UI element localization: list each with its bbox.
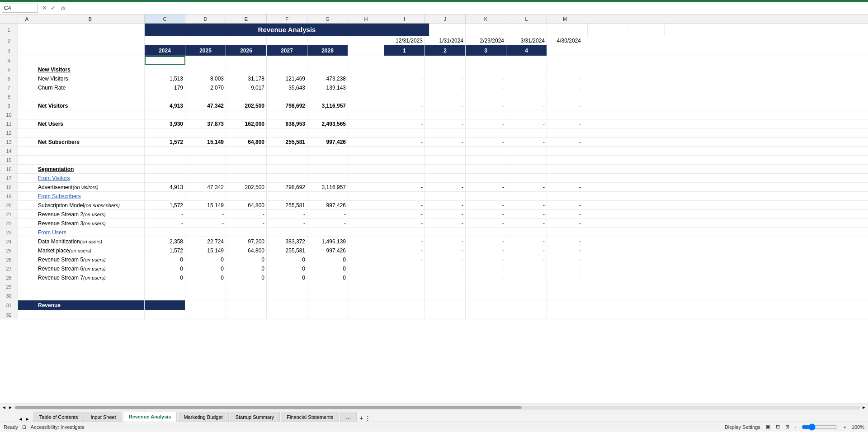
table-row: 13 Net Subscribers 1,572 15,149 64,800 2… <box>0 138 868 147</box>
table-row: 18 Advertisement (on visitors) 4,913 47,… <box>0 183 868 192</box>
table-row: 11 Net Users 3,930 37,873 162,000 638,95… <box>0 119 868 128</box>
col-header-i[interactable]: I <box>384 14 425 23</box>
cancel-icon[interactable]: ✕ <box>42 5 47 11</box>
confirm-icon[interactable]: ✓ <box>51 5 56 11</box>
accessibility-label[interactable]: Accessibility: Investigate <box>31 424 85 430</box>
title-cell: Revenue Analysis <box>145 24 429 36</box>
fx-icon[interactable]: fx <box>61 5 66 11</box>
table-row: 10 <box>0 110 868 119</box>
add-sheet-icon[interactable]: + <box>359 414 363 422</box>
sheet-container: A B C D E F G H I J K L M 1 Revenue Anal… <box>0 14 868 404</box>
table-row: 8 <box>0 92 868 101</box>
table-row: 4 <box>0 56 868 65</box>
table-row: 15 <box>0 156 868 165</box>
table-row: 5 New Visitors <box>0 65 868 74</box>
tab-financial-statements[interactable]: Financial Statements <box>281 412 339 422</box>
table-row: 30 <box>0 291 868 300</box>
col-header-h[interactable]: H <box>348 14 384 23</box>
table-row: 3 2024 2025 2026 2027 2028 1 2 3 4 <box>0 45 868 56</box>
col-header-k[interactable]: K <box>466 14 506 23</box>
column-headers: A B C D E F G H I J K L M <box>0 14 868 24</box>
tab-input-sheet[interactable]: Input Sheet <box>85 412 122 422</box>
table-row: 7 Churn Rate 179 2,070 9,017 35,643 139,… <box>0 83 868 92</box>
tab-startup-summary[interactable]: Startup Summary <box>230 412 280 422</box>
table-row: 6 New Visitors 1,513 8,003 31,178 121,46… <box>0 74 868 83</box>
page-view-icon[interactable]: 🗋 <box>22 424 27 430</box>
col-header-e[interactable]: E <box>226 14 267 23</box>
table-row: 1 Revenue Analysis <box>0 24 868 36</box>
col-header-a[interactable]: A <box>18 14 36 23</box>
table-row: 26 Revenue Stream 5 (on users) 0 0 0 0 0… <box>0 255 868 264</box>
scroll-end-icon[interactable]: ► <box>862 405 866 410</box>
col-header-c[interactable]: C <box>145 14 185 23</box>
display-settings[interactable]: Display Settings <box>725 424 760 430</box>
table-row: 2 12/31/2023 1/31/2024 2/29/2024 3/31/20… <box>0 36 868 45</box>
table-row: 12 <box>0 128 868 138</box>
table-row: 21 Revenue Stream 2 (on users) - - - - -… <box>0 210 868 219</box>
col-header-d[interactable]: D <box>185 14 226 23</box>
normal-view-icon[interactable]: ▣ <box>766 424 770 430</box>
table-row: 25 Market place (on users) 1,572 15,149 … <box>0 246 868 255</box>
status-right: Display Settings ▣ ⊟ ⊞ - + 100% <box>725 424 864 430</box>
tab-more[interactable]: … <box>340 412 357 422</box>
from-users-link[interactable]: From Users <box>36 228 145 237</box>
scroll-tabs-left[interactable]: ◄ <box>18 416 23 422</box>
zoom-level: 100% <box>852 424 864 430</box>
tab-revenue-analysis[interactable]: Revenue Analysis <box>123 412 177 422</box>
table-row: 24 Data Monitization (on users) 2,358 22… <box>0 237 868 246</box>
tabs-bar: ◄ ► Table of Contents Input Sheet Revenu… <box>0 411 868 422</box>
col-header-j[interactable]: J <box>425 14 466 23</box>
table-row: 28 Revenue Stream 7 (on users) 0 0 0 0 0… <box>0 273 868 282</box>
from-visitors-link[interactable]: From Visitors <box>36 174 145 182</box>
table-row: 16 Segmentation <box>0 165 868 174</box>
status-bar: Ready 🗋 Accessibility: Investigate Displ… <box>0 422 868 432</box>
table-row: 17 From Visitors <box>0 174 868 183</box>
table-row: 32 <box>0 310 868 319</box>
page-layout-icon[interactable]: ⊟ <box>776 424 780 430</box>
tab-table-of-contents[interactable]: Table of Contents <box>33 412 84 422</box>
zoom-slider[interactable] <box>802 425 838 429</box>
col-header-l[interactable]: L <box>506 14 547 23</box>
table-row: 19 From Subscribers <box>0 192 868 201</box>
sheet-options-icon[interactable]: ⋮ <box>365 415 371 422</box>
tab-marketing-budget[interactable]: Marketing Budget <box>178 412 228 422</box>
scroll-left-icon[interactable]: ◄ <box>2 405 6 410</box>
status-left: Ready 🗋 Accessibility: Investigate <box>4 424 85 430</box>
page-break-icon[interactable]: ⊞ <box>785 424 789 430</box>
ready-status: Ready <box>4 424 18 430</box>
table-row: 22 Revenue Stream 3 (on users) - - - - -… <box>0 219 868 228</box>
formula-icons: ✕ ✓ fx <box>42 5 66 11</box>
col-header-b[interactable]: B <box>36 14 145 23</box>
table-row: 29 <box>0 282 868 291</box>
table-row: 27 Revenue Stream 6 (on users) 0 0 0 0 0… <box>0 264 868 273</box>
cell-ref-text: C4 <box>4 5 11 11</box>
grid-body[interactable]: 1 Revenue Analysis 2 12/31/2023 1/31/202… <box>0 24 868 404</box>
col-header-g[interactable]: G <box>307 14 348 23</box>
scroll-tabs-right[interactable]: ► <box>25 416 30 422</box>
row-num-header <box>0 14 18 23</box>
table-row: 23 From Users <box>0 228 868 237</box>
selected-cell[interactable] <box>145 56 185 65</box>
col-header-m[interactable]: M <box>547 14 583 23</box>
table-row: 9 Net Visitors 4,913 47,342 202,500 798,… <box>0 101 868 110</box>
horizontal-scroll[interactable]: ◄ ► ► <box>0 404 868 411</box>
table-row: 31 Revenue <box>0 300 868 310</box>
formula-bar: C4 ✕ ✓ fx <box>0 2 868 14</box>
col-header-f[interactable]: F <box>267 14 307 23</box>
zoom-out-icon[interactable]: - <box>795 424 797 430</box>
scroll-right-icon[interactable]: ► <box>8 405 13 410</box>
table-row: 14 <box>0 147 868 156</box>
table-row: 20 Subscription Model (on subscribers) 1… <box>0 201 868 210</box>
from-subscribers-link[interactable]: From Subscribers <box>36 192 145 200</box>
zoom-in-icon[interactable]: + <box>843 424 846 430</box>
formula-divider <box>40 4 40 13</box>
cell-reference-box[interactable]: C4 <box>2 4 38 13</box>
